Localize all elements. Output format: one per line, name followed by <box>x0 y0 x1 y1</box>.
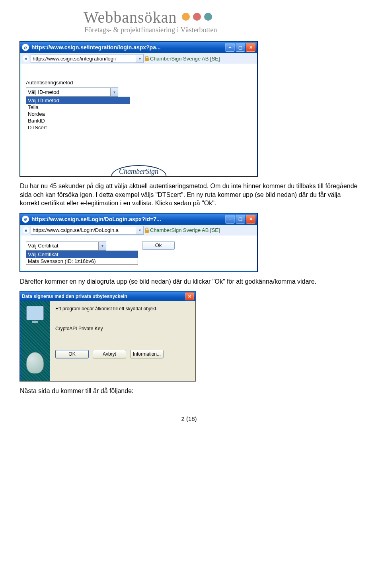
address-input[interactable]: https://www.csign.se/Login/DoLogin.a <box>31 226 136 235</box>
ie-logo-icon: e <box>22 44 29 51</box>
dialog-sidebar-graphic <box>20 301 50 381</box>
page-number: 2 (18) <box>20 415 358 422</box>
chevron-down-icon: ▾ <box>110 88 118 96</box>
option-valj-id-metod[interactable]: Välj ID-metod <box>26 97 130 104</box>
address-text: https://www.csign.se/Login/DoLogin.a <box>33 227 119 233</box>
ok-button[interactable]: Ok <box>142 241 175 250</box>
close-button[interactable]: ✕ <box>246 215 255 224</box>
lock-icon <box>144 55 150 62</box>
option-nordea[interactable]: Nordea <box>26 111 130 117</box>
option-valj-certifikat[interactable]: Välj Certifikat <box>26 251 138 258</box>
dialog-title: Data signeras med den privata utbytesnyc… <box>22 294 185 299</box>
crypto-dialog: Data signeras med den privata utbytesnyc… <box>20 291 196 381</box>
auth-method-options[interactable]: Välj ID-metod Telia Nordea BankID DTScer… <box>26 97 130 131</box>
window-titlebar[interactable]: e https://www.csign.se/integration/login… <box>20 42 257 53</box>
select-value: Välj ID-metod <box>26 89 110 95</box>
window-body: Autentiseringsmetod Välj ID-metod ▾ Välj… <box>20 64 257 176</box>
address-bar: e https://www.csign.se/integration/logii… <box>20 53 257 64</box>
address-dropdown-button[interactable]: ▾ <box>136 226 144 235</box>
screenshot-select-cert: e https://www.csign.se/Login/DoLogin.asp… <box>20 213 257 272</box>
certificate-options[interactable]: Välj Certifikat Mats Svensson (ID: 1z16b… <box>26 251 138 265</box>
certificate-owner: ChamberSign Sverige AB [SE] <box>150 227 220 233</box>
lock-icon <box>144 227 150 234</box>
dialog-info-button[interactable]: Information... <box>130 350 164 358</box>
option-bankid[interactable]: BankID <box>26 117 130 124</box>
option-telia[interactable]: Telia <box>26 104 130 111</box>
close-button[interactable]: ✕ <box>185 292 194 300</box>
svg-rect-1 <box>145 230 149 233</box>
dialog-cancel-button[interactable]: Avbryt <box>93 350 126 358</box>
brand-title: Webbansökan <box>84 8 177 27</box>
dialog-titlebar[interactable]: Data signeras med den privata utbytesnyc… <box>20 292 195 301</box>
ie-logo-icon: e <box>23 227 29 234</box>
brand-dot-2 <box>193 13 201 21</box>
maximize-button[interactable]: ▢ <box>236 215 245 224</box>
paragraph-3: Nästa sida du kommer till är då följande… <box>20 387 358 395</box>
chevron-down-icon: ▾ <box>98 242 106 250</box>
paragraph-1: Du har nu 45 sekunder på dig att välja a… <box>20 182 358 208</box>
chambersign-logo: ChamberSign <box>111 165 166 176</box>
crypto-key-label: CryptoAPI Private Key <box>55 326 190 331</box>
keys-icon <box>26 352 44 374</box>
brand-subtitle: Företags- & projektfinansiering i Väster… <box>84 26 358 34</box>
ie-logo-icon: e <box>22 216 29 223</box>
close-button[interactable]: ✕ <box>246 43 255 52</box>
svg-rect-0 <box>145 58 149 61</box>
brand-dot-3 <box>204 13 212 21</box>
window-body: Välj Certifikat ▾ Välj Certifikat Mats S… <box>20 236 257 271</box>
address-input[interactable]: https://www.csign.se/integration/logii <box>31 54 136 63</box>
minimize-button[interactable]: – <box>225 43 235 52</box>
address-dropdown-button[interactable]: ▾ <box>136 54 144 63</box>
address-text: https://www.csign.se/integration/logii <box>33 56 116 62</box>
dialog-ok-button[interactable]: OK <box>55 350 89 358</box>
certificate-select[interactable]: Välj Certifikat ▾ <box>26 241 106 251</box>
option-mats-svensson[interactable]: Mats Svensson (ID: 1z16bv6) <box>26 258 138 265</box>
ie-logo-icon: e <box>23 55 29 62</box>
address-bar: e https://www.csign.se/Login/DoLogin.a ▾… <box>20 225 257 236</box>
certificate-owner: ChamberSign Sverige AB [SE] <box>150 56 220 62</box>
auth-method-label: Autentiseringsmetod <box>26 80 251 86</box>
brand-header: Webbansökan Företags- & projektfinansier… <box>84 8 358 34</box>
window-title: https://www.csign.se/Login/DoLogin.aspx?… <box>31 216 225 222</box>
window-title: https://www.csign.se/integration/login.a… <box>31 44 225 51</box>
select-value: Välj Certifikat <box>26 243 98 249</box>
brand-dot-1 <box>182 13 190 21</box>
option-dtscert[interactable]: DTScert <box>26 124 130 131</box>
auth-method-select[interactable]: Välj ID-metod ▾ <box>26 87 118 97</box>
screenshot-auth-method: e https://www.csign.se/integration/login… <box>20 41 257 176</box>
minimize-button[interactable]: – <box>225 215 235 224</box>
monitor-icon <box>26 306 44 320</box>
maximize-button[interactable]: ▢ <box>236 43 245 52</box>
paragraph-2: Därefter kommer en ny dialogruta upp (se… <box>20 277 358 286</box>
dialog-message: Ett program begär åtkomst till ett skydd… <box>55 306 190 312</box>
window-titlebar[interactable]: e https://www.csign.se/Login/DoLogin.asp… <box>20 214 257 225</box>
brand-dots <box>181 13 213 22</box>
